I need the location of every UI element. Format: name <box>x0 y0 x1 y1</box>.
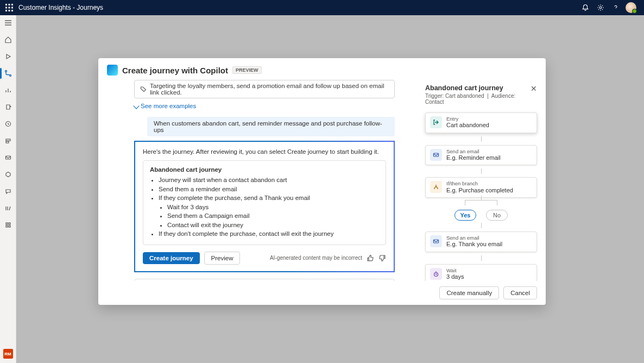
hamburger-icon[interactable] <box>4 18 12 27</box>
journeys-icon[interactable] <box>4 69 12 78</box>
journey-summary-title: Abandoned cart journey <box>150 166 379 173</box>
create-manually-button[interactable]: Create manually <box>439 286 499 299</box>
form-icon[interactable] <box>4 103 12 111</box>
settings-icon[interactable] <box>593 0 608 15</box>
svg-rect-0 <box>5 4 7 5</box>
svg-rect-4 <box>9 7 10 9</box>
suggestion-text: Targeting the loyalty members, send a pr… <box>150 83 389 96</box>
svg-rect-5 <box>11 7 13 9</box>
help-icon[interactable] <box>608 0 623 15</box>
svg-point-11 <box>9 75 11 77</box>
ai-disclaimer: AI-generated content may be incorrect <box>270 254 386 262</box>
user-avatar[interactable] <box>623 0 639 15</box>
create-journey-modal: Create journey with Copilot PREVIEW Targ… <box>98 58 546 305</box>
thumbs-down-icon[interactable] <box>378 254 386 262</box>
svg-rect-18 <box>6 226 8 227</box>
clock-icon[interactable] <box>4 120 12 128</box>
branch-options: Yes No <box>425 210 537 221</box>
preview-title: Abandoned cart journey <box>425 84 531 92</box>
copilot-logo-icon <box>107 65 118 76</box>
segment-icon[interactable] <box>4 136 12 145</box>
modal-footer: Create manually Cancel <box>98 281 546 305</box>
svg-point-9 <box>599 7 602 9</box>
svg-rect-16 <box>6 223 8 224</box>
top-nav: Customer Insights - Journeys <box>0 0 644 15</box>
close-icon[interactable]: ✕ <box>531 84 537 93</box>
chat-icon[interactable] <box>4 187 12 196</box>
journey-step: If they don't complete the purchase, con… <box>159 230 379 239</box>
thumbs-up-icon[interactable] <box>367 254 374 262</box>
svg-point-10 <box>5 71 7 72</box>
svg-rect-2 <box>11 4 13 5</box>
journey-preview-panel: Abandoned cart journey Trigger: Cart aba… <box>421 80 546 281</box>
svg-rect-14 <box>6 141 9 143</box>
preview-badge: PREVIEW <box>232 66 262 74</box>
user-message: When customers abandon cart, send remind… <box>147 117 395 136</box>
svg-rect-1 <box>9 4 10 5</box>
left-nav-rail: RM <box>0 15 16 363</box>
rm-badge[interactable]: RM <box>3 349 13 359</box>
journey-step: If they complete the purchase, send a Th… <box>159 194 379 229</box>
journey-summary-box: Abandoned cart journey Journey will star… <box>143 160 386 245</box>
branch-no[interactable]: No <box>486 210 508 221</box>
wait-node-icon <box>430 268 442 280</box>
copilot-intro-text: Here's the journey. After reviewing it, … <box>143 148 386 155</box>
create-journey-button[interactable]: Create journey <box>143 252 200 264</box>
svg-rect-3 <box>5 7 7 9</box>
svg-rect-8 <box>11 10 13 11</box>
play-icon[interactable] <box>4 52 12 61</box>
suggestion-chip[interactable]: Targeting the loyalty members, send a pr… <box>134 80 395 98</box>
chat-column: Targeting the loyalty members, send a pr… <box>98 80 421 281</box>
svg-rect-15 <box>5 156 10 159</box>
tag-icon <box>140 86 147 92</box>
chevron-down-icon <box>133 103 139 109</box>
journey-canvas: Entry Cart abandoned Send an email E.g. … <box>425 112 537 281</box>
journey-step: Journey will start when a contact abando… <box>159 176 379 185</box>
email-icon[interactable] <box>4 153 12 162</box>
journey-substep: Contact will exit the journey <box>167 221 379 230</box>
svg-rect-7 <box>9 10 10 11</box>
see-more-link[interactable]: See more examples <box>134 103 395 109</box>
analytics-icon[interactable] <box>4 86 12 95</box>
journey-step: Send them a reminder email <box>159 185 379 194</box>
svg-rect-13 <box>6 139 10 141</box>
journey-substep: Wait for 3 days <box>167 203 379 212</box>
journey-substep: Send them a Campaign email <box>167 212 379 221</box>
journey-node-email[interactable]: Send an email E.g. Reminder email <box>425 145 537 166</box>
cancel-button[interactable]: Cancel <box>503 286 537 299</box>
svg-rect-17 <box>9 223 10 224</box>
journey-node-wait[interactable]: Wait 3 days <box>425 264 537 281</box>
svg-rect-6 <box>5 10 7 11</box>
library-icon[interactable] <box>4 204 12 212</box>
asset-icon[interactable] <box>4 170 12 179</box>
journey-node-thankyou[interactable]: Send an email E.g. Thank you email <box>425 231 537 252</box>
svg-rect-21 <box>434 240 439 243</box>
journey-node-entry[interactable]: Entry Cart abandoned <box>425 112 537 133</box>
modal-title: Create journey with Copilot <box>122 66 228 75</box>
card-actions: Create journey Preview AI-generated cont… <box>143 252 386 265</box>
app-title: Customer Insights - Journeys <box>18 4 103 11</box>
branch-node-icon <box>430 181 442 193</box>
prompt-input-area[interactable]: Describe your customer journey in everyd… <box>134 279 395 281</box>
copilot-response-card: Here's the journey. After reviewing it, … <box>134 141 395 272</box>
home-icon[interactable] <box>4 35 12 44</box>
entry-icon <box>430 116 442 128</box>
svg-rect-20 <box>434 153 439 157</box>
journey-node-branch[interactable]: If/then branch E.g. Purchase completed <box>425 177 537 198</box>
preview-button[interactable]: Preview <box>204 252 241 265</box>
preview-meta: Trigger: Cart abandoned | Audience: Cont… <box>425 93 531 105</box>
notifications-icon[interactable] <box>578 0 593 15</box>
grid-icon[interactable] <box>4 221 12 229</box>
email-node-icon <box>430 235 442 247</box>
branch-yes[interactable]: Yes <box>454 210 476 221</box>
modal-header: Create journey with Copilot PREVIEW <box>98 58 546 80</box>
email-node-icon <box>430 149 442 161</box>
svg-rect-19 <box>9 226 10 227</box>
app-launcher-icon[interactable] <box>5 4 13 11</box>
